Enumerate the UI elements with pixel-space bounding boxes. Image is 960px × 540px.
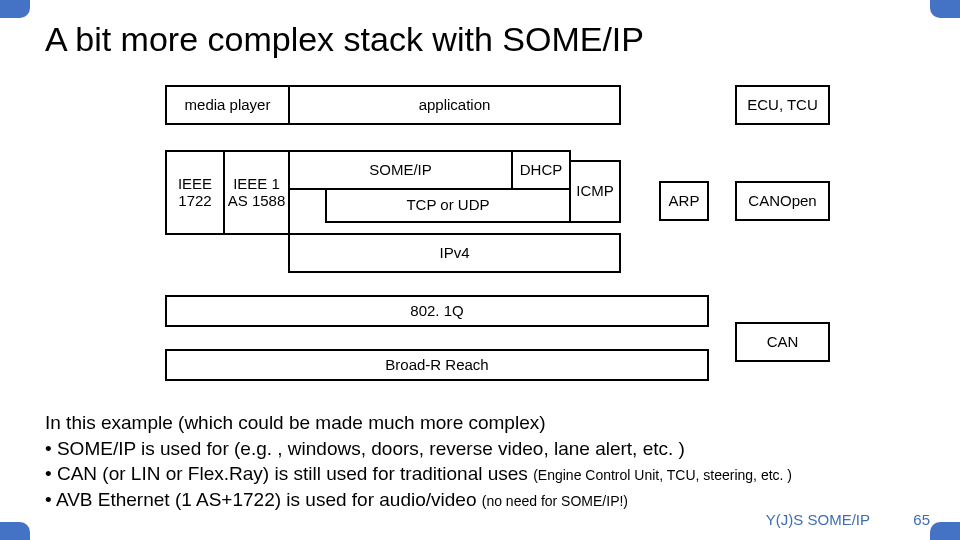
bullet-2: • CAN (or LIN or Flex.Ray) is still used… [45,461,925,487]
footer-page-number: 65 [913,511,930,528]
box-icmp: ICMP [569,160,621,223]
page-title: A bit more complex stack with SOME/IP [45,20,644,59]
box-arp: ARP [659,181,709,221]
bullet-1: • SOME/IP is used for (e.g. , windows, d… [45,436,925,462]
box-tcp-udp: TCP or UDP [325,188,571,223]
box-can: CAN [735,322,830,362]
footer-source: Y(J)S SOME/IP [766,511,870,528]
box-application: application [288,85,621,125]
box-broadr-reach: Broad-R Reach [165,349,709,381]
box-ieee-1as-1588: IEEE 1 AS 1588 [223,150,290,235]
box-canopen: CANOpen [735,181,830,221]
body-intro: In this example (which could be made muc… [45,410,925,436]
box-ieee-1722: IEEE 1722 [165,150,225,235]
box-ecu-tcu: ECU, TCU [735,85,830,125]
box-8021q: 802. 1Q [165,295,709,327]
box-someip: SOME/IP [288,150,513,190]
bullet-3: • AVB Ethernet (1 AS+1722) is used for a… [45,487,925,513]
box-dhcp: DHCP [511,150,571,190]
box-media-player: media player [165,85,290,125]
box-ipv4: IPv4 [288,233,621,273]
body-text: In this example (which could be made muc… [45,410,925,513]
